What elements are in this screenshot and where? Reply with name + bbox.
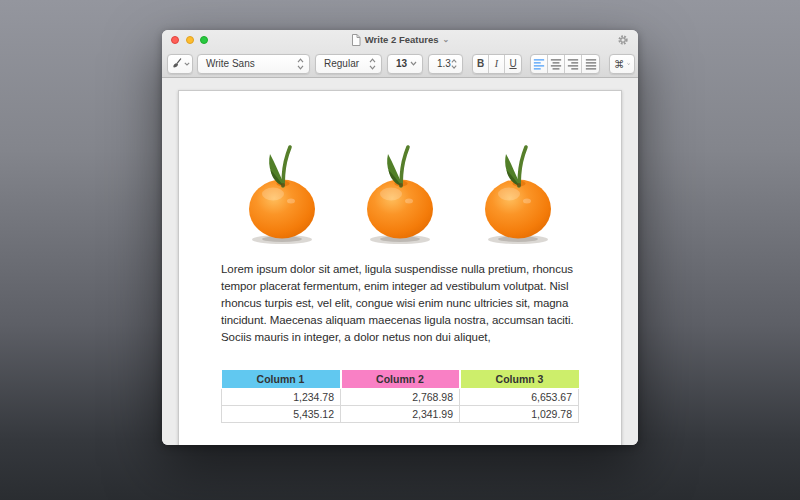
images-row: [221, 141, 579, 245]
font-style-value: Regular: [324, 58, 359, 69]
stepper-icon: [297, 58, 304, 70]
table-cell[interactable]: 2,341.99: [341, 405, 460, 422]
stepper-icon: [369, 58, 376, 70]
document-page[interactable]: Lorem ipsum dolor sit amet, ligula suspe…: [178, 90, 622, 445]
align-justify-button[interactable]: [582, 55, 599, 73]
window-chrome: Write 2 Features ⌄ Write Sans: [162, 30, 638, 78]
align-right-button[interactable]: [565, 55, 582, 73]
gear-icon[interactable]: [617, 34, 629, 46]
line-spacing-value: 1.3: [437, 58, 451, 69]
tangerine-image[interactable]: [364, 141, 436, 245]
table-header-cell[interactable]: Column 1: [222, 370, 341, 388]
font-size-value: 13: [396, 58, 407, 69]
style-picker-button[interactable]: [167, 54, 193, 74]
app-window: Write 2 Features ⌄ Write Sans: [162, 30, 638, 445]
table-cell[interactable]: 6,653.67: [460, 388, 579, 405]
line-spacing-stepper[interactable]: 1.3: [428, 54, 463, 74]
table-header-cell[interactable]: Column 2: [341, 370, 460, 388]
align-right-icon: [567, 58, 579, 70]
italic-button[interactable]: I: [489, 55, 505, 73]
alignment-group: [530, 54, 600, 74]
window-title: Write 2 Features: [365, 34, 439, 45]
table-row: 1,234.78 2,768.98 6,653.67: [222, 388, 579, 405]
font-style-select[interactable]: Regular: [315, 54, 382, 74]
table-cell[interactable]: 1,029.78: [460, 405, 579, 422]
table-cell[interactable]: 2,768.98: [341, 388, 460, 405]
table-cell[interactable]: 5,435.12: [222, 405, 341, 422]
document-scroll-area[interactable]: Lorem ipsum dolor sit amet, ligula suspe…: [162, 78, 638, 445]
font-family-value: Write Sans: [206, 58, 255, 69]
align-center-button[interactable]: [548, 55, 565, 73]
underline-button[interactable]: U: [505, 55, 521, 73]
table-header-cell[interactable]: Column 3: [460, 370, 579, 388]
tangerine-image[interactable]: [482, 141, 554, 245]
table-cell[interactable]: 1,234.78: [222, 388, 341, 405]
font-family-select[interactable]: Write Sans: [197, 54, 310, 74]
window-title-group[interactable]: Write 2 Features ⌄: [162, 30, 638, 49]
align-center-icon: [550, 58, 562, 70]
align-left-icon: [533, 58, 545, 70]
tangerine-image[interactable]: [246, 141, 318, 245]
shortcuts-button[interactable]: ⌘: [609, 54, 635, 74]
chevron-down-icon: [184, 62, 190, 66]
body-paragraph[interactable]: Lorem ipsum dolor sit amet, ligula suspe…: [221, 261, 579, 346]
bold-button[interactable]: B: [473, 55, 489, 73]
titlebar[interactable]: Write 2 Features ⌄: [162, 30, 638, 49]
data-table[interactable]: Column 1 Column 2 Column 3 1,234.78 2,76…: [221, 370, 579, 423]
chevron-down-icon: [410, 61, 417, 66]
align-left-button[interactable]: [531, 55, 548, 73]
stepper-icon: [451, 58, 457, 70]
table-header-row: Column 1 Column 2 Column 3: [222, 370, 579, 388]
toolbar: Write Sans Regular 13 1.3: [162, 49, 638, 78]
text-style-group: B I U: [472, 54, 522, 74]
command-icon: ⌘: [614, 58, 625, 70]
chevron-down-icon: [627, 62, 631, 66]
title-chevron-down-icon: ⌄: [443, 35, 450, 44]
brush-icon: [171, 58, 182, 69]
document-proxy-icon: [351, 34, 361, 46]
font-size-select[interactable]: 13: [387, 54, 423, 74]
align-justify-icon: [585, 58, 597, 70]
table-row: 5,435.12 2,341.99 1,029.78: [222, 405, 579, 422]
